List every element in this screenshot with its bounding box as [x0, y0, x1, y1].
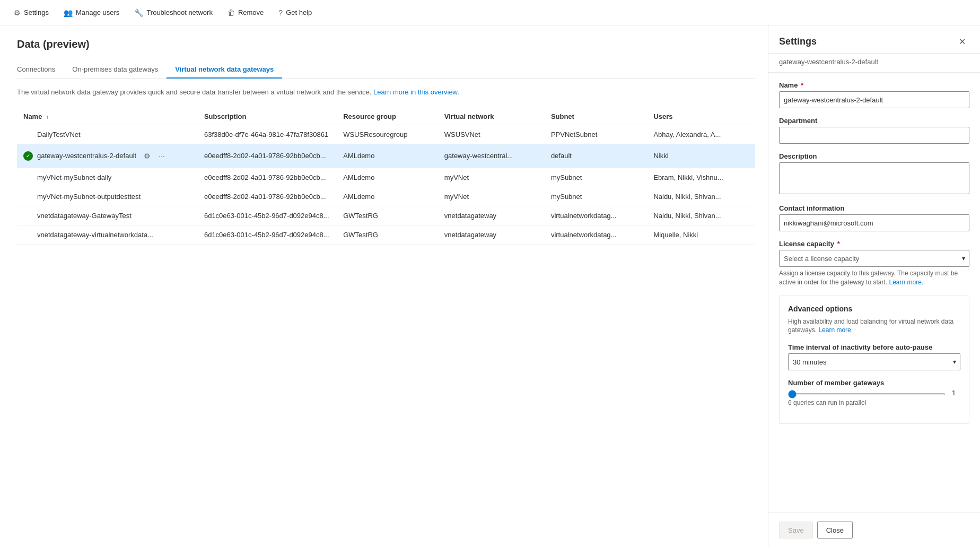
row-settings-button[interactable]: ⚙: [141, 150, 153, 162]
parallel-queries-text: 6 queries can run in parallel: [788, 399, 960, 406]
advanced-learn-more-link[interactable]: Learn more.: [818, 326, 853, 334]
cell-subnet: mySubnet: [545, 168, 648, 187]
contact-label: Contact information: [779, 204, 969, 212]
cell-virtual-network: WSUSVNet: [438, 125, 545, 144]
tab-on-premises[interactable]: On-premises data gateways: [64, 61, 167, 79]
cell-resource-group: GWTestRG: [337, 206, 438, 225]
cell-subnet: virtualnetworkdatag...: [545, 225, 648, 244]
contact-group: Contact information: [779, 204, 969, 231]
toolbar-get-help-label: Get help: [286, 8, 312, 16]
settings-icon: ⚙: [14, 8, 21, 17]
description-label: Description: [779, 152, 969, 160]
cell-users: Abhay, Alexandra, A...: [647, 125, 755, 144]
table-row[interactable]: myVNet-mySubnet-outputdestteste0eedff8-2…: [17, 187, 755, 206]
cell-resource-group: AMLdemo: [337, 168, 438, 187]
cell-name: myVNet-mySubnet-outputdesttest: [17, 187, 198, 206]
troubleshoot-icon: 🔧: [134, 8, 143, 17]
toolbar-troubleshoot-network[interactable]: 🔧 Troubleshoot network: [129, 5, 218, 20]
name-group: Name *: [779, 81, 969, 108]
col-header-subscription: Subscription: [198, 108, 337, 125]
manage-users-icon: 👥: [64, 8, 73, 17]
license-select-wrapper: Select a license capacity ▾: [779, 250, 969, 267]
cell-users: Miquelle, Nikki: [647, 225, 755, 244]
contact-input[interactable]: [779, 214, 969, 231]
row-more-button[interactable]: ···: [155, 150, 168, 162]
cell-subscription: 6d1c0e63-001c-45b2-96d7-d092e94c8...: [198, 206, 337, 225]
cell-resource-group: GWTestRG: [337, 225, 438, 244]
toolbar-remove-label: Remove: [238, 8, 264, 16]
toolbar-settings[interactable]: ⚙ Settings: [8, 5, 54, 20]
name-input[interactable]: [779, 91, 969, 108]
toolbar-troubleshoot-label: Troubleshoot network: [146, 8, 213, 16]
toolbar-remove[interactable]: 🗑 Remove: [222, 5, 269, 20]
row-name-text: vnetdatagateway-GatewayTest: [37, 212, 132, 220]
close-button[interactable]: Close: [817, 522, 853, 539]
member-gateways-group: Number of member gateways 1 6 queries ca…: [788, 379, 960, 406]
department-input[interactable]: [779, 127, 969, 144]
settings-subtitle: gateway-westcentralus-2-default: [768, 54, 980, 73]
close-panel-button[interactable]: ✕: [955, 34, 969, 49]
department-label: Department: [779, 117, 969, 125]
member-gateways-slider[interactable]: [788, 393, 946, 395]
toolbar: ⚙ Settings 👥 Manage users 🔧 Troubleshoot…: [0, 0, 980, 25]
col-header-name: Name ↑: [17, 108, 198, 125]
col-header-virtual-network: Virtual network: [438, 108, 545, 125]
check-icon: ✓: [23, 151, 33, 161]
settings-body: Name * Department Description Contact in…: [768, 73, 980, 513]
toolbar-get-help[interactable]: ? Get help: [273, 5, 317, 20]
cell-virtual-network: myVNet: [438, 168, 545, 187]
advanced-options-title: Advanced options: [788, 305, 960, 313]
col-header-subnet: Subnet: [545, 108, 648, 125]
cell-subscription: 6d1c0e63-001c-45b2-96d7-d092e94c8...: [198, 225, 337, 244]
table-row[interactable]: vnetdatagateway-GatewayTest6d1c0e63-001c…: [17, 206, 755, 225]
slider-row: 1: [788, 389, 960, 397]
department-group: Department: [779, 117, 969, 144]
learn-more-link[interactable]: Learn more in this overview.: [373, 88, 459, 96]
slider-wrapper: [788, 389, 946, 397]
save-button[interactable]: Save: [779, 522, 813, 539]
toolbar-manage-users[interactable]: 👥 Manage users: [58, 5, 125, 20]
cell-users: Ebram, Nikki, Vishnu...: [647, 168, 755, 187]
table-row[interactable]: vnetdatagateway-virtualnetworkdata...6d1…: [17, 225, 755, 244]
license-label: License capacity *: [779, 240, 969, 248]
table-row[interactable]: ✓gateway-westcentralus-2-default⚙···e0ee…: [17, 144, 755, 168]
settings-header: Settings ✕: [768, 25, 980, 54]
tabs: Connections On-premises data gateways Vi…: [17, 61, 755, 79]
table-header-row: Name ↑ Subscription Resource group Virtu…: [17, 108, 755, 125]
tab-virtual-network[interactable]: Virtual network data gateways: [167, 61, 282, 79]
cell-subnet: PPVNetSubnet: [545, 125, 648, 144]
sort-icon-name: ↑: [46, 114, 49, 120]
cell-name: DailyTestVNet: [17, 125, 198, 144]
license-select[interactable]: Select a license capacity: [779, 250, 969, 267]
settings-panel: Settings ✕ gateway-westcentralus-2-defau…: [768, 25, 980, 547]
cell-name: vnetdatagateway-GatewayTest: [17, 206, 198, 225]
remove-icon: 🗑: [228, 8, 235, 17]
member-gateways-label: Number of member gateways: [788, 379, 960, 387]
cell-virtual-network: gateway-westcentral...: [438, 144, 545, 168]
cell-subscription: e0eedff8-2d02-4a01-9786-92bb0e0cb...: [198, 144, 337, 168]
cell-subnet: virtualnetworkdatag...: [545, 206, 648, 225]
row-name-text: myVNet-mySubnet-daily: [37, 173, 111, 181]
cell-resource-group: WSUSResouregroup: [337, 125, 438, 144]
tab-connections[interactable]: Connections: [17, 61, 64, 79]
cell-virtual-network: myVNet: [438, 187, 545, 206]
description-group: Description: [779, 152, 969, 196]
license-learn-more-link[interactable]: Learn more.: [889, 279, 923, 286]
time-interval-group: Time interval of inactivity before auto-…: [788, 343, 960, 370]
time-interval-select[interactable]: 5 minutes 10 minutes 15 minutes 30 minut…: [788, 353, 960, 370]
table-row[interactable]: DailyTestVNet63f38d0e-df7e-464a-981e-47f…: [17, 125, 755, 144]
cell-name: ✓gateway-westcentralus-2-default⚙···: [17, 144, 198, 168]
time-interval-label: Time interval of inactivity before auto-…: [788, 343, 960, 351]
col-header-resource-group: Resource group: [337, 108, 438, 125]
cell-virtual-network: vnetdatagateway: [438, 225, 545, 244]
name-label: Name *: [779, 81, 969, 89]
cell-users: Naidu, Nikki, Shivan...: [647, 187, 755, 206]
row-name-text: DailyTestVNet: [37, 131, 81, 138]
table-row[interactable]: myVNet-mySubnet-dailye0eedff8-2d02-4a01-…: [17, 168, 755, 187]
time-interval-select-wrapper: 5 minutes 10 minutes 15 minutes 30 minut…: [788, 353, 960, 370]
toolbar-manage-users-label: Manage users: [76, 8, 119, 16]
cell-name: vnetdatagateway-virtualnetworkdata...: [17, 225, 198, 244]
page-title: Data (preview): [17, 38, 755, 50]
description-textarea[interactable]: [779, 162, 969, 194]
description-text: The virtual network data gateway provide…: [17, 87, 755, 98]
